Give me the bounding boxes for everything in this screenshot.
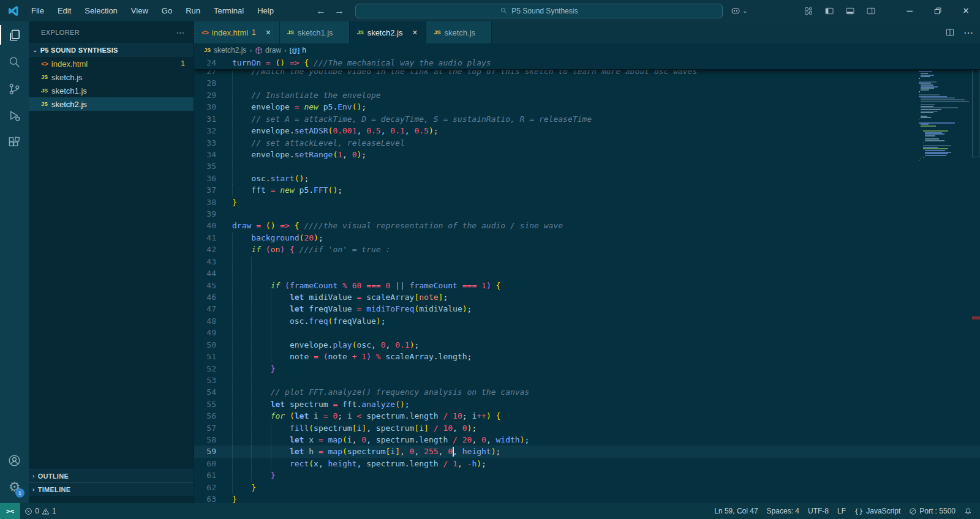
code-line-52[interactable]: 52 } bbox=[194, 363, 980, 375]
nav-back-icon[interactable]: ← bbox=[316, 6, 326, 17]
activity-settings[interactable]: ⚙1 bbox=[0, 474, 29, 501]
code-line-40[interactable]: 40draw = () => { ////the visual represen… bbox=[194, 220, 980, 232]
code-line-46[interactable]: 46 let midiValue = scaleArray[note]; bbox=[194, 291, 980, 304]
activity-accounts[interactable] bbox=[0, 447, 29, 474]
breadcrumb-symbol-draw[interactable]: draw bbox=[255, 46, 281, 54]
close-tab-icon[interactable]: ✕ bbox=[410, 29, 420, 37]
code-line-44[interactable]: 44 bbox=[194, 267, 980, 280]
code-line-42[interactable]: 42 if (on) { ///if 'on' = true : bbox=[194, 244, 980, 256]
indent-guide bbox=[232, 327, 233, 339]
timeline-section-header[interactable]: › TIMELINE bbox=[29, 482, 194, 496]
code-line-36[interactable]: 36 osc.start(); bbox=[194, 173, 980, 185]
code-line-53[interactable]: 53 bbox=[194, 375, 980, 387]
status-language-mode[interactable]: {}JavaScript bbox=[850, 503, 905, 519]
code-editor[interactable]: 27 //Watch the youtube video in the link… bbox=[194, 57, 980, 503]
file-item-index.html[interactable]: <>index.html1 bbox=[29, 57, 194, 70]
status-notifications[interactable] bbox=[960, 503, 976, 519]
menu-edit[interactable]: Edit bbox=[52, 4, 77, 18]
code-line-38[interactable]: 38} bbox=[194, 196, 980, 209]
minimap-line bbox=[921, 112, 933, 113]
status-text: Ln 59, Col 47 bbox=[714, 507, 758, 515]
menu-terminal[interactable]: Terminal bbox=[208, 4, 249, 18]
project-folder-header[interactable]: ⌄ P5 SOUND SYNTHESIS bbox=[29, 43, 194, 57]
file-item-sketch2.js[interactable]: JSsketch2.js bbox=[29, 97, 194, 111]
menu-run[interactable]: Run bbox=[180, 4, 206, 18]
code-text: } bbox=[232, 482, 256, 493]
outline-section-header[interactable]: › OUTLINE bbox=[29, 469, 194, 482]
close-window-button[interactable]: ✕ bbox=[952, 0, 980, 21]
status-eol[interactable]: LF bbox=[833, 503, 850, 519]
code-line-50[interactable]: 50 envelope.play(osc, 0, 0.1); bbox=[194, 339, 980, 351]
customize-layout-icon[interactable] bbox=[804, 6, 813, 16]
tab-sketch.js[interactable]: JSsketch.js bbox=[426, 21, 492, 43]
code-text: let midiValue = scaleArray[note]; bbox=[232, 291, 448, 303]
code-line-51[interactable]: 51 note = (note + 1) % scaleArray.length… bbox=[194, 351, 980, 363]
file-item-sketch1.js[interactable]: JSsketch1.js bbox=[29, 84, 194, 97]
status-live-server-port[interactable]: Port : 5500 bbox=[905, 503, 960, 519]
code-line-34[interactable]: 34 envelope.setRange(1, 0); bbox=[194, 149, 980, 161]
split-editor-icon[interactable] bbox=[945, 28, 955, 37]
code-line-57[interactable]: 57 fill(spectrum[i], spectrum[i] / 10, 0… bbox=[194, 422, 980, 435]
activity-search[interactable] bbox=[0, 48, 29, 75]
code-line-48[interactable]: 48 osc.freq(freqValue); bbox=[194, 315, 980, 327]
code-line-56[interactable]: 56 for (let i = 0; i < spectrum.length /… bbox=[194, 410, 980, 422]
menu-help[interactable]: Help bbox=[252, 4, 279, 18]
code-line-49[interactable]: 49 bbox=[194, 327, 980, 339]
remote-indicator[interactable]: >< bbox=[0, 503, 20, 519]
code-line-62[interactable]: 62 } bbox=[194, 482, 980, 494]
menu-selection[interactable]: Selection bbox=[79, 4, 123, 18]
code-line-47[interactable]: 47 let freqValue = midiToFreq(midiValue)… bbox=[194, 303, 980, 315]
code-line-30[interactable]: 30 envelope = new p5.Env(); bbox=[194, 101, 980, 113]
menu-view[interactable]: View bbox=[126, 4, 154, 18]
code-line-41[interactable]: 41 background(20); bbox=[194, 232, 980, 244]
copilot-menu[interactable]: ⌄ bbox=[730, 6, 747, 17]
status-indentation[interactable]: Spaces: 4 bbox=[763, 503, 804, 519]
status-encoding[interactable]: UTF-8 bbox=[804, 503, 833, 519]
code-line-39[interactable]: 39 bbox=[194, 208, 980, 220]
file-item-sketch.js[interactable]: JSsketch.js bbox=[29, 70, 194, 84]
command-center-search[interactable]: P5 Sound Synthesis bbox=[355, 4, 723, 18]
toggle-primary-sidebar-icon[interactable] bbox=[824, 6, 834, 16]
code-line-28[interactable]: 28 bbox=[194, 77, 980, 89]
code-line-59[interactable]: 59 let h = map(spectrum[i], 0, 255, 0, h… bbox=[194, 446, 980, 458]
breadcrumb-symbol-h[interactable]: [@] h bbox=[290, 46, 306, 54]
code-line-43[interactable]: 43 bbox=[194, 256, 980, 268]
toggle-secondary-sidebar-icon[interactable] bbox=[866, 6, 876, 16]
breadcrumb-file[interactable]: sketch2.js bbox=[214, 46, 246, 54]
close-tab-icon[interactable]: ✕ bbox=[263, 29, 273, 37]
code-line-31[interactable]: 31 // set A = attackTime, D = decayTime,… bbox=[194, 113, 980, 125]
code-line-29[interactable]: 29 // Instantiate the envelope bbox=[194, 89, 980, 102]
activity-source-control[interactable] bbox=[0, 75, 29, 102]
activity-run-debug[interactable] bbox=[0, 102, 29, 129]
problems-status[interactable]: 0 1 bbox=[20, 503, 60, 519]
nav-forward-icon[interactable]: → bbox=[334, 6, 344, 17]
toggle-panel-icon[interactable] bbox=[845, 6, 855, 16]
activity-extensions[interactable] bbox=[0, 129, 29, 156]
code-line-37[interactable]: 37 fft = new p5.FFT(); bbox=[194, 184, 980, 196]
code-line-60[interactable]: 60 rect(x, height, spectrum.length / 1, … bbox=[194, 458, 980, 470]
code-line-35[interactable]: 35 bbox=[194, 160, 980, 173]
status-cursor-position[interactable]: Ln 59, Col 47 bbox=[710, 503, 762, 519]
code-line-45[interactable]: 45 if (frameCount % 60 === 0 || frameCou… bbox=[194, 280, 980, 292]
tab-index.html[interactable]: <>index.html1✕ bbox=[194, 21, 280, 43]
tab-sketch1.js[interactable]: JSsketch1.js bbox=[280, 21, 350, 43]
explorer-more-actions[interactable]: ⋯ bbox=[176, 28, 185, 37]
code-line-55[interactable]: 55 let spectrum = fft.analyze(); bbox=[194, 398, 980, 411]
editor-more-actions-icon[interactable]: ⋯ bbox=[963, 27, 974, 39]
code-line-58[interactable]: 58 let x = map(i, 0, spectrum.length / 2… bbox=[194, 434, 980, 446]
sticky-scroll-line[interactable]: 24turnOn = () => { ///The mechanical way… bbox=[194, 57, 980, 70]
code-line-54[interactable]: 54 // plot FFT.analyze() frequency analy… bbox=[194, 386, 980, 398]
code-line-33[interactable]: 33 // set attackLevel, releaseLevel bbox=[194, 137, 980, 149]
menu-go[interactable]: Go bbox=[156, 4, 178, 18]
code-line-32[interactable]: 32 envelope.setADSR(0.001, 0.5, 0.1, 0.5… bbox=[194, 125, 980, 137]
vertical-scrollbar[interactable] bbox=[971, 57, 980, 503]
menu-file[interactable]: File bbox=[26, 4, 50, 18]
code-line-61[interactable]: 61 } bbox=[194, 469, 980, 482]
scrollbar-slider[interactable] bbox=[972, 58, 979, 157]
minimize-button[interactable]: ─ bbox=[895, 0, 924, 21]
tab-sketch2.js[interactable]: JSsketch2.js✕ bbox=[350, 21, 427, 43]
restore-button[interactable] bbox=[924, 0, 952, 21]
code-line-63[interactable]: 63} bbox=[194, 493, 980, 503]
tab-label: sketch1.js bbox=[298, 28, 333, 37]
activity-explorer[interactable] bbox=[0, 21, 29, 48]
